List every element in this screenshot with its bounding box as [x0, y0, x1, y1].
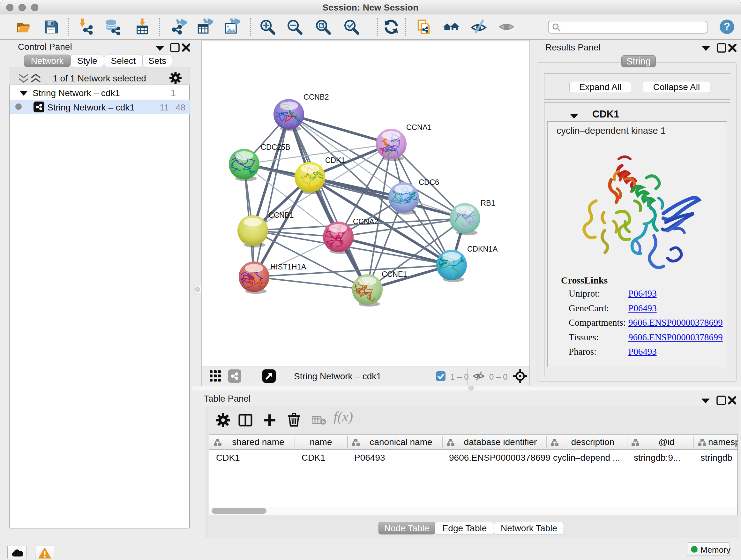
svg-text:CCNB1: CCNB1	[268, 211, 294, 219]
svg-text:CDC25B: CDC25B	[261, 143, 290, 151]
svg-text:HIST1H1A: HIST1H1A	[270, 263, 307, 271]
svg-text:CCNA2: CCNA2	[353, 217, 379, 226]
svg-text:CCNB2: CCNB2	[304, 93, 329, 101]
svg-text:RB1: RB1	[481, 199, 495, 207]
svg-text:CDK1: CDK1	[325, 156, 345, 165]
svg-text:CDKN1A: CDKN1A	[467, 245, 498, 253]
svg-text:?: ?	[724, 21, 730, 32]
svg-text:CCNA1: CCNA1	[406, 123, 432, 132]
svg-text:CCNE1: CCNE1	[382, 270, 407, 278]
svg-text:CDC6: CDC6	[419, 178, 439, 186]
